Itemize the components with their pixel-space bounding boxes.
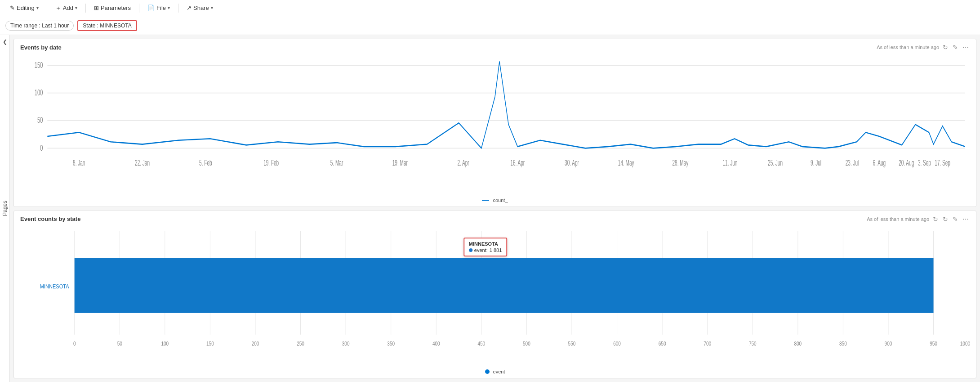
svg-text:17. Sep: 17. Sep xyxy=(935,158,950,167)
chart1-legend-line xyxy=(482,200,489,201)
svg-text:14. May: 14. May xyxy=(618,158,634,167)
svg-text:16. Apr: 16. Apr xyxy=(510,158,525,167)
svg-text:350: 350 xyxy=(387,341,395,346)
parameters-icon: ⊞ xyxy=(94,4,99,11)
svg-text:19. Mar: 19. Mar xyxy=(392,158,408,167)
svg-text:23. Jul: 23. Jul xyxy=(846,158,859,167)
chart2-legend: event xyxy=(20,369,970,374)
chart2-title: Event counts by state xyxy=(20,216,80,222)
file-button[interactable]: 📄 File ▾ xyxy=(143,3,174,13)
pages-sidebar-label: Pages xyxy=(2,201,8,216)
editing-chevron-icon: ▾ xyxy=(36,5,39,10)
pages-sidebar: ❮ Pages xyxy=(0,35,10,382)
chart2-edit-button[interactable]: ✎ xyxy=(952,216,959,223)
svg-text:25. Jun: 25. Jun xyxy=(768,158,783,167)
svg-text:550: 550 xyxy=(568,341,576,346)
svg-text:450: 450 xyxy=(477,341,485,346)
charts-area: Events by date As of less than a minute … xyxy=(10,35,980,382)
svg-text:6. Aug: 6. Aug xyxy=(873,158,886,167)
state-filter[interactable]: State : MINNESOTA xyxy=(77,20,137,31)
editing-button[interactable]: ✎ Editing ▾ xyxy=(5,3,43,13)
share-label: Share xyxy=(193,4,209,11)
chart2-svg-container: MINNESOTA 0 50 100 150 200 250 300 350 4… xyxy=(20,225,970,368)
chart1-header: Events by date As of less than a minute … xyxy=(20,44,970,51)
svg-text:2. Apr: 2. Apr xyxy=(457,158,469,167)
svg-text:800: 800 xyxy=(794,341,802,346)
time-range-label: Time range : Last 1 hour xyxy=(10,22,69,29)
sidebar-collapse-arrow[interactable]: ❮ xyxy=(3,39,7,45)
chart2-refresh-button[interactable]: ↻ xyxy=(932,216,939,223)
svg-text:500: 500 xyxy=(523,341,530,346)
chart2-svg: MINNESOTA 0 50 100 150 200 250 300 350 4… xyxy=(20,225,970,368)
svg-text:150: 150 xyxy=(206,341,214,346)
time-range-filter[interactable]: Time range : Last 1 hour xyxy=(5,21,74,31)
svg-text:22. Jan: 22. Jan xyxy=(135,158,150,167)
svg-text:900: 900 xyxy=(885,341,892,346)
state-label: State : MINNESOTA xyxy=(83,22,131,29)
svg-text:150: 150 xyxy=(35,60,43,69)
separator-1 xyxy=(47,4,47,13)
filter-bar: Time range : Last 1 hour State : MINNESO… xyxy=(0,16,980,35)
chart2-legend-dot xyxy=(485,369,490,374)
svg-text:3. Sep: 3. Sep xyxy=(918,158,931,167)
add-chevron-icon: ▾ xyxy=(75,5,77,10)
svg-text:700: 700 xyxy=(704,341,711,346)
svg-text:28. May: 28. May xyxy=(672,158,688,167)
chart1-more-button[interactable]: ⋯ xyxy=(962,44,970,51)
svg-text:5. Mar: 5. Mar xyxy=(330,158,343,167)
chart2-more-button[interactable]: ⋯ xyxy=(962,216,970,223)
chart1-edit-button[interactable]: ✎ xyxy=(952,44,959,51)
svg-text:300: 300 xyxy=(342,341,350,346)
add-button[interactable]: ＋ Add ▾ xyxy=(51,2,82,14)
chart2-panel: Event counts by state As of less than a … xyxy=(13,211,976,379)
svg-text:750: 750 xyxy=(749,341,757,346)
parameters-button[interactable]: ⊞ Parameters xyxy=(89,3,135,13)
chart1-legend: count_ xyxy=(20,198,970,203)
svg-text:19. Feb: 19. Feb xyxy=(263,158,279,167)
svg-rect-47 xyxy=(75,258,934,312)
svg-text:650: 650 xyxy=(659,341,666,346)
chart1-svg-container: 150 100 50 0 8. Jan 22. Jan 5. Feb 19. F… xyxy=(20,54,970,196)
toolbar: ✎ Editing ▾ ＋ Add ▾ ⊞ Parameters 📄 File … xyxy=(0,0,980,16)
add-label: Add xyxy=(63,4,73,11)
separator-4 xyxy=(178,4,178,13)
share-chevron-icon: ▾ xyxy=(211,5,213,10)
file-chevron-icon: ▾ xyxy=(168,5,170,10)
chart2-status: As of less than a minute ago xyxy=(867,216,929,222)
edit-icon: ✎ xyxy=(10,4,15,11)
svg-text:400: 400 xyxy=(432,341,440,346)
share-button[interactable]: ↗ Share ▾ xyxy=(182,3,218,13)
svg-text:8. Jan: 8. Jan xyxy=(73,158,85,167)
svg-text:0: 0 xyxy=(40,143,43,152)
svg-text:850: 850 xyxy=(839,341,847,346)
editing-label: Editing xyxy=(17,4,35,11)
svg-text:100: 100 xyxy=(35,88,43,97)
chart1-actions: As of less than a minute ago ↻ ✎ ⋯ xyxy=(877,44,970,51)
chart1-panel: Events by date As of less than a minute … xyxy=(13,39,976,207)
separator-2 xyxy=(85,4,86,13)
svg-text:100: 100 xyxy=(161,341,169,346)
svg-text:0: 0 xyxy=(73,341,76,346)
separator-3 xyxy=(139,4,139,13)
svg-text:1000: 1000 xyxy=(960,341,970,346)
svg-text:250: 250 xyxy=(297,341,304,346)
parameters-label: Parameters xyxy=(101,4,131,11)
share-icon: ↗ xyxy=(187,4,192,11)
chart1-title: Events by date xyxy=(20,44,62,51)
svg-text:MINNESOTA: MINNESOTA xyxy=(40,283,70,289)
svg-text:20. Aug: 20. Aug xyxy=(899,158,914,167)
chart1-svg: 150 100 50 0 8. Jan 22. Jan 5. Feb 19. F… xyxy=(20,54,970,196)
chart1-status: As of less than a minute ago xyxy=(877,45,939,50)
svg-text:950: 950 xyxy=(930,341,937,346)
svg-text:50: 50 xyxy=(117,341,122,346)
svg-text:5. Feb: 5. Feb xyxy=(199,158,212,167)
file-label: File xyxy=(156,4,166,11)
svg-text:600: 600 xyxy=(613,341,621,346)
chart2-refresh2-button[interactable]: ↻ xyxy=(942,216,949,223)
file-icon: 📄 xyxy=(147,4,155,11)
chart1-refresh-button[interactable]: ↻ xyxy=(942,44,949,51)
svg-text:50: 50 xyxy=(37,115,43,125)
chart2-actions: As of less than a minute ago ↻ ↻ ✎ ⋯ xyxy=(867,216,970,223)
svg-text:200: 200 xyxy=(252,341,259,346)
svg-text:11. Jun: 11. Jun xyxy=(723,158,738,167)
